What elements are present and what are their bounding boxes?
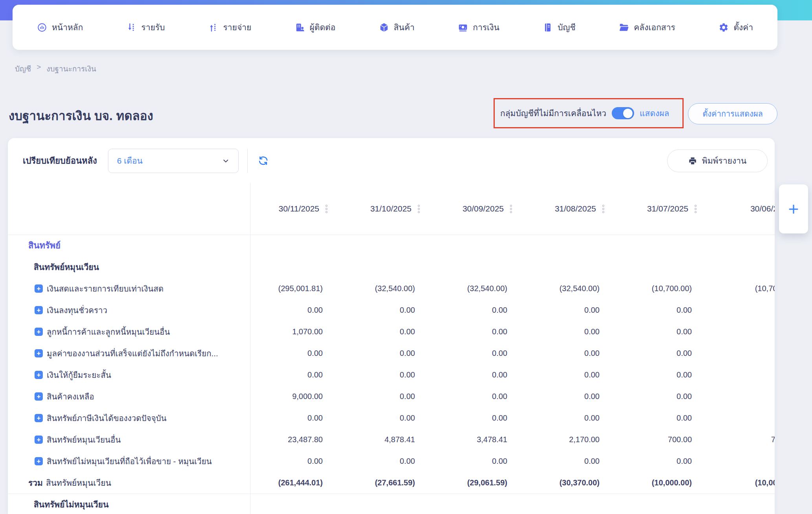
subsection-row: สินทรัพย์ไม่หมุนเวียน [8, 494, 775, 514]
total-suffix: สินทรัพย์หมุนเวียน [46, 476, 111, 489]
expand-plus-icon[interactable]: + [35, 371, 43, 379]
kebab-menu-icon[interactable] [694, 204, 697, 214]
row-label: +สินทรัพย์ภาษีเงินได้ของงวดปัจจุบัน [8, 407, 250, 429]
nav-item-label: บัญชี [558, 21, 575, 34]
period-select[interactable]: 6 เดือน [108, 149, 239, 173]
cell-value: 0.00 [435, 450, 527, 472]
cell-empty [711, 256, 775, 278]
cell-value: 0.00 [435, 407, 527, 429]
expand-plus-icon[interactable]: + [35, 349, 43, 357]
cell-value: 0.00 [250, 343, 342, 364]
print-report-button[interactable]: พิมพ์รายงาน [667, 149, 768, 172]
account-row: +สินทรัพย์ไม่หมุนเวียนที่ถือไว้เพื่อขาย … [8, 450, 775, 472]
account-label: เงินลงทุนชั่วคราว [47, 304, 107, 317]
cell-value: 23,487.80 [250, 429, 342, 450]
nav-item-products[interactable]: สินค้า [379, 21, 415, 34]
expand-plus-icon[interactable]: + [35, 457, 43, 465]
breadcrumb-parent[interactable]: บัญชี [15, 63, 31, 75]
row-label: +สินค้าคงเหลือ [8, 386, 250, 407]
cell-value: 0.00 [711, 450, 775, 472]
print-label: พิมพ์รายงาน [702, 154, 746, 167]
cell-value: (10,700.00) [619, 278, 711, 299]
cell-value: 0.00 [250, 407, 342, 429]
nav-item-settings[interactable]: ตั้งค่า [719, 21, 753, 34]
cell-value: 0.00 [711, 386, 775, 407]
expand-plus-icon[interactable]: + [35, 328, 43, 336]
cell-empty [342, 494, 435, 514]
page-title: งบฐานะการเงิน บจ. ทดลอง [9, 106, 153, 126]
subsection-label: สินทรัพย์หมุนเวียน [8, 256, 250, 278]
expand-plus-icon[interactable]: + [35, 414, 43, 422]
nav-item-label: การเงิน [473, 21, 499, 34]
account-row: +สินทรัพย์ภาษีเงินได้ของงวดปัจจุบัน0.000… [8, 407, 775, 429]
kebab-menu-icon[interactable] [417, 204, 421, 214]
inactive-group-toggle[interactable] [612, 107, 634, 119]
kebab-menu-icon[interactable] [509, 204, 513, 214]
cell-value: (32,540.00) [527, 278, 619, 299]
cell-value: 0.00 [342, 321, 435, 343]
documents-icon [619, 22, 629, 33]
nav-item-documents[interactable]: คลังเอกสาร [619, 21, 675, 34]
report-toolbar: เปรียบเทียบย้อนหลัง 6 เดือน พิมพ์รายงาน [8, 138, 775, 183]
plus-icon [788, 203, 799, 215]
row-label: +สินทรัพย์ไม่หมุนเวียนที่ถือไว้เพื่อขาย … [8, 450, 250, 472]
nav-item-income[interactable]: รายรับ [126, 21, 165, 34]
breadcrumb-separator: > [37, 63, 41, 75]
cell-value: 0.00 [342, 364, 435, 386]
chevron-down-icon [222, 157, 230, 165]
cell-value: (32,540.00) [342, 278, 435, 299]
kebab-menu-icon[interactable] [325, 204, 328, 214]
finance-icon [458, 22, 468, 33]
add-column-button[interactable] [788, 203, 799, 215]
cell-value: 0.00 [527, 364, 619, 386]
cell-value: 0.00 [342, 386, 435, 407]
date-column-header: 31/10/2025 [342, 183, 435, 235]
cell-empty [527, 256, 619, 278]
date-column-header: 30/09/2025 [435, 183, 527, 235]
account-row: +ลูกหนี้การค้าและลูกหนี้หมุนเวียนอื่น1,0… [8, 321, 775, 343]
cell-value: 0.00 [711, 299, 775, 321]
row-label: +เงินลงทุนชั่วคราว [8, 299, 250, 321]
nav-item-expenses[interactable]: รายจ่าย [208, 21, 251, 34]
date-label: 30/09/2025 [463, 204, 504, 213]
cell-empty [527, 235, 619, 256]
cell-empty [435, 256, 527, 278]
inactive-group-label: กลุ่มบัญชีที่ไม่มีการเคลื่อนไหว [500, 107, 606, 120]
account-row: +เงินลงทุนชั่วคราว0.000.000.000.000.000.… [8, 299, 775, 321]
cell-value: 0.00 [250, 299, 342, 321]
row-label: +เงินให้กู้ยืมระยะสั้น [8, 364, 250, 386]
cell-value: (27,661.59) [342, 472, 435, 494]
expand-plus-icon[interactable]: + [35, 284, 43, 293]
total-prefix: รวม [28, 476, 43, 489]
nav-item-accounting[interactable]: บัญชี [543, 21, 575, 34]
display-settings-button[interactable]: ตั้งค่าการแสดงผล [688, 103, 777, 124]
date-column-header: 30/06/2025 [711, 183, 775, 235]
cell-value: 0.00 [342, 407, 435, 429]
kebab-menu-icon[interactable] [602, 204, 605, 214]
cell-value: 0.00 [619, 321, 711, 343]
cell-value: 0.00 [527, 386, 619, 407]
cell-value: (10,700.00) [711, 278, 775, 299]
contacts-icon [295, 22, 305, 33]
date-label: 30/11/2025 [278, 204, 319, 213]
account-row: +เงินสดและรายการเทียบเท่าเงินสด(295,001.… [8, 278, 775, 299]
cell-value: 0.00 [435, 364, 527, 386]
cell-value: 0.00 [711, 321, 775, 343]
cell-value: 0.00 [619, 450, 711, 472]
breadcrumb: บัญชี > งบฐานะการเงิน [15, 63, 96, 75]
expand-plus-icon[interactable]: + [35, 392, 43, 401]
nav-item-label: ผู้ติดต่อ [310, 21, 336, 34]
nav-item-finance[interactable]: การเงิน [458, 21, 499, 34]
cell-empty [250, 494, 342, 514]
printer-icon [688, 157, 697, 165]
cell-value: 0.00 [711, 364, 775, 386]
cell-value: (32,540.00) [435, 278, 527, 299]
cell-value: 0.00 [711, 407, 775, 429]
refresh-icon[interactable] [258, 155, 269, 166]
expand-plus-icon[interactable]: + [35, 436, 43, 444]
nav-item-contacts[interactable]: ผู้ติดต่อ [295, 21, 336, 34]
section-label: สินทรัพย์ [8, 235, 250, 256]
nav-item-home[interactable]: หน้าหลัก [37, 21, 83, 34]
expand-plus-icon[interactable]: + [35, 306, 43, 314]
cell-value: 0.00 [619, 364, 711, 386]
